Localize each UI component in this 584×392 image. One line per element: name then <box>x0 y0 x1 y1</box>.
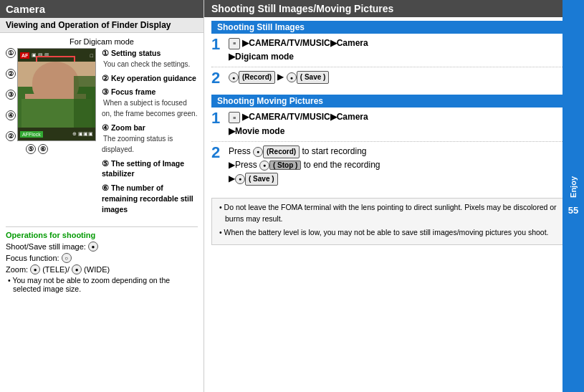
ann-label-3: Focus frame <box>111 87 155 96</box>
save-btn-circle-1: ● <box>287 72 297 82</box>
label-3: ③ <box>6 90 16 100</box>
notice-text-2: When the battery level is low, you may n… <box>224 228 549 236</box>
page-number-area: Enjoy 55 <box>563 0 584 392</box>
step2-row: 2 ●(Record) ▶ ●( Save ) <box>211 70 577 89</box>
notice-box: • Do not leave the FOMA terminal with th… <box>211 198 577 244</box>
enjoy-label: Enjoy <box>569 176 578 198</box>
ann-label-4: Zoom bar <box>111 123 145 132</box>
step4-num: 2 <box>211 145 224 161</box>
finder-image: AF ▣ ▤ ▥ □ <box>17 48 96 141</box>
right-content: Shooting Still Images 1 ≡ ▶CAMERA/TV/MUS… <box>204 17 584 392</box>
right-panel: Shooting Still Images/Moving Pictures Sh… <box>204 0 584 392</box>
ann-id-6: ⑥ <box>102 183 109 192</box>
ann-desc-4: The zooming status is displayed. <box>102 135 173 153</box>
op-focus: Focus function: ○ <box>6 253 198 263</box>
left-header-title: Camera <box>6 3 45 15</box>
label-5: ⑤ <box>26 144 36 154</box>
rec-icon: AF <box>20 52 29 59</box>
annotations: ① Setting status You can check the setti… <box>102 48 198 218</box>
ann-id-1: ① <box>102 49 109 57</box>
finder-bottom-icon: ⊕ ▣▣▣ <box>72 131 93 137</box>
finder-top-right: □ <box>90 53 93 58</box>
left-subheader: Viewing and Operation of Finder Display <box>0 18 204 33</box>
stop-btn-circle: ● <box>259 161 269 171</box>
section1-heading: Shooting Still Images <box>211 21 577 34</box>
annotation-1: ① Setting status You can check the setti… <box>102 48 198 70</box>
aff-icon: AFFlock <box>20 131 43 138</box>
op3-detail2: (WIDE) <box>84 265 110 274</box>
save-btn-2: ( Save ) <box>245 173 278 186</box>
notice-text-1: Do not leave the FOMA terminal with the … <box>224 203 557 223</box>
record-btn-1: (Record) <box>239 71 275 84</box>
scene-background <box>18 62 95 128</box>
ann-desc-3: When a subject is focused on, the frame … <box>102 99 197 118</box>
operations-section: Operations for shooting Shoot/Save still… <box>6 226 198 295</box>
op-zoom: Zoom: ● (TELE)/ ● (WIDE) <box>6 264 198 274</box>
annotation-4: ④ Zoom bar The zooming status is display… <box>102 123 198 155</box>
save-btn-circle-2: ● <box>235 174 245 184</box>
notice-2: • When the battery level is low, you may… <box>218 227 570 239</box>
ann-id-5: ⑤ <box>102 159 109 168</box>
bottom-numbers: ⑤ ⑥ <box>26 144 96 154</box>
section2-heading: Shooting Moving Pictures <box>211 95 577 107</box>
op3-detail: (TELE)/ <box>42 265 70 274</box>
op3-label: Zoom: <box>6 265 28 274</box>
menu-icon-1: ≡ <box>229 38 240 49</box>
section2-steps: 1 ≡ ▶CAMERA/TV/MUSIC▶Camera ▶Movie mode … <box>211 107 577 194</box>
step3-num: 1 <box>211 110 224 126</box>
ann-desc-1: You can check the settings. <box>102 60 190 68</box>
left-content: For Digicam mode ① ② ③ ④ ② AF <box>0 33 204 392</box>
circle-btn-focus: ○ <box>62 253 72 263</box>
bullet1-text: You may not be able to zoom depending on… <box>12 276 170 293</box>
section1-steps: 1 ≡ ▶CAMERA/TV/MUSIC▶Camera ▶Digicam mod… <box>211 34 577 95</box>
left-header: Camera <box>0 0 204 18</box>
camera-area: ① ② ③ ④ ② AF ▣ ▤ ▥ □ <box>6 48 198 218</box>
label-2b: ② <box>6 131 16 141</box>
ann-label-5: The setting of Image stabilizer <box>102 159 184 178</box>
save-btn-1: ( Save ) <box>297 71 330 84</box>
op-shoot: Shoot/Save still image: ● <box>6 242 198 252</box>
section1-heading-text: Shooting Still Images <box>217 22 305 32</box>
label-2: ② <box>6 69 16 79</box>
operations-title: Operations for shooting <box>6 231 198 239</box>
record-btn-2: (Record) <box>263 145 300 158</box>
step1-row: 1 ≡ ▶CAMERA/TV/MUSIC▶Camera ▶Digicam mod… <box>211 37 577 67</box>
record-btn-circle-2: ● <box>253 147 263 157</box>
ann-label-6: The number of remaining recordable still… <box>102 183 193 213</box>
step3-content: ≡ ▶CAMERA/TV/MUSIC▶Camera ▶Movie mode <box>229 110 368 138</box>
op2-label: Focus function: <box>6 254 59 262</box>
for-digicam-label: For Digicam mode <box>6 37 198 46</box>
annotation-6: ⑥ The number of remaining recordable sti… <box>102 183 198 214</box>
ann-label-1: Setting status <box>111 49 161 57</box>
left-panel: Camera Viewing and Operation of Finder D… <box>0 0 204 392</box>
ann-id-3: ③ <box>102 87 109 96</box>
right-wrapper: Shooting Still Images/Moving Pictures Sh… <box>204 0 584 392</box>
step2-num: 2 <box>211 70 224 86</box>
right-header-title: Shooting Still Images/Moving Pictures <box>211 3 393 14</box>
annotation-2: ② Key operation guidance <box>102 73 198 84</box>
op1-label: Shoot/Save still image: <box>6 242 86 251</box>
step4-row: 2 Press ●(Record) to start recording ▶Pr… <box>211 145 577 189</box>
page-number: 55 <box>568 205 578 216</box>
label-6: ⑥ <box>38 144 48 154</box>
ann-label-2: Key operation guidance <box>111 74 196 82</box>
step1-num: 1 <box>211 37 224 52</box>
record-btn-circle-1: ● <box>229 72 239 82</box>
step4-content: Press ●(Record) to start recording ▶Pres… <box>229 145 380 186</box>
right-header: Shooting Still Images/Moving Pictures <box>204 0 584 17</box>
finder-bottom-bar: AFFlock ⊕ ▣▣▣ <box>18 128 95 140</box>
stop-btn: ( Stop ) <box>269 161 301 170</box>
annotation-3: ③ Focus frame When a subject is focused … <box>102 87 198 119</box>
circle-btn-shoot: ● <box>88 242 98 252</box>
circle-btn-tele: ● <box>30 264 40 274</box>
annotation-5: ⑤ The setting of Image stabilizer <box>102 158 198 179</box>
ann-id-4: ④ <box>102 123 109 132</box>
label-4: ④ <box>6 110 16 120</box>
section2-heading-text: Shooting Moving Pictures <box>217 96 323 106</box>
ann-id-2: ② <box>102 74 109 82</box>
bullet-item-1: • You may not be able to zoom depending … <box>6 276 198 293</box>
step2-content: ●(Record) ▶ ●( Save ) <box>229 70 329 84</box>
step1-content: ≡ ▶CAMERA/TV/MUSIC▶Camera ▶Digicam mode <box>229 37 368 64</box>
label-1: ① <box>6 48 16 58</box>
step3-row: 1 ≡ ▶CAMERA/TV/MUSIC▶Camera ▶Movie mode <box>211 110 577 141</box>
